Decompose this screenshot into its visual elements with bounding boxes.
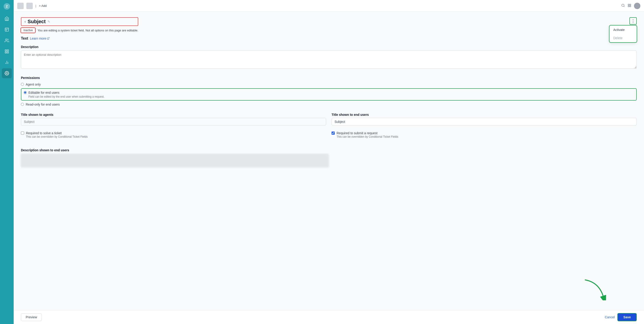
status-row: Inactive You are editing a system ticket… xyxy=(21,28,138,33)
sidebar-item-settings[interactable] xyxy=(2,68,12,78)
avatar-1 xyxy=(17,3,24,9)
activate-option[interactable]: Activate xyxy=(610,26,636,34)
svg-text:Z: Z xyxy=(6,5,8,8)
sidebar-item-analytics[interactable] xyxy=(2,57,12,67)
svg-rect-2 xyxy=(5,28,9,31)
page-header: ‹ Subject ✎ Inactive You are editing a s… xyxy=(21,17,637,33)
user-avatar[interactable] xyxy=(634,3,640,9)
page-title: Subject xyxy=(28,19,46,25)
sidebar-item-tickets[interactable] xyxy=(2,25,12,35)
desc-end-users-input[interactable] xyxy=(21,154,329,167)
required-solve-checkbox[interactable] xyxy=(21,132,24,135)
status-badge: Inactive xyxy=(21,28,35,33)
svg-point-5 xyxy=(6,39,7,41)
avatar-2 xyxy=(26,3,33,9)
top-bar: | + Add xyxy=(14,0,644,12)
editable-end-users-sublabel: Field can be edited by the end user when… xyxy=(28,95,104,98)
learn-more-link[interactable]: Learn more xyxy=(30,37,50,40)
add-button[interactable]: + Add xyxy=(39,4,46,8)
sidebar-item-home[interactable] xyxy=(2,14,12,24)
svg-line-20 xyxy=(48,38,49,39)
agent-only-label: Agent only xyxy=(26,83,41,86)
title-end-users-input[interactable] xyxy=(332,118,637,126)
svg-line-15 xyxy=(624,6,624,7)
save-button[interactable]: Save xyxy=(618,313,637,321)
editable-end-users-label: Editable for end users xyxy=(28,91,59,94)
description-input[interactable] xyxy=(21,51,637,69)
readonly-end-users-label: Read-only for end users xyxy=(26,103,60,106)
logo: Z xyxy=(3,3,10,10)
svg-rect-9 xyxy=(5,52,6,53)
title-fields-row: Title shown to agents Title shown to end… xyxy=(21,113,637,126)
required-solve-sublabel: This can be overridden by Conditional Ti… xyxy=(26,135,88,138)
page-area: ‹ Subject ✎ Inactive You are editing a s… xyxy=(14,12,644,324)
desc-end-users-section: Description shown to end users xyxy=(21,148,329,167)
field-type-label: Text xyxy=(21,37,28,41)
menu-container: ⋮ Activate Delete xyxy=(630,17,637,25)
readonly-end-users-radio[interactable] xyxy=(21,103,24,106)
title-agents-group: Title shown to agents xyxy=(21,113,326,126)
back-button[interactable]: ‹ xyxy=(24,19,26,24)
title-agents-input xyxy=(21,118,326,126)
sidebar-item-reports[interactable] xyxy=(2,47,12,57)
svg-rect-8 xyxy=(7,52,9,53)
title-end-users-label: Title shown to end users xyxy=(332,113,637,117)
agent-only-option[interactable]: Agent only xyxy=(21,82,637,87)
svg-rect-17 xyxy=(630,4,631,5)
svg-rect-18 xyxy=(630,6,631,7)
title-end-users-group: Title shown to end users xyxy=(332,113,637,126)
page-footer: Preview Cancel Save xyxy=(14,310,644,324)
three-dot-button[interactable]: ⋮ xyxy=(630,17,637,25)
required-submit-group: Required to submit a request This can be… xyxy=(332,131,637,138)
sidebar: Z xyxy=(0,0,14,324)
delete-option: Delete xyxy=(610,34,636,42)
cancel-button[interactable]: Cancel xyxy=(605,315,615,319)
svg-rect-19 xyxy=(628,6,629,7)
svg-point-14 xyxy=(622,4,624,7)
grid-icon[interactable] xyxy=(628,4,631,8)
editable-end-users-radio[interactable] xyxy=(24,91,26,94)
description-section: Description xyxy=(21,45,637,70)
search-icon[interactable] xyxy=(621,4,625,8)
required-solve-option[interactable]: Required to solve a ticket This can be o… xyxy=(21,131,326,138)
required-fields-row: Required to solve a ticket This can be o… xyxy=(21,131,637,143)
field-type-row: Text Learn more xyxy=(21,37,637,41)
permissions-label: Permissions xyxy=(21,76,637,80)
preview-button[interactable]: Preview xyxy=(21,313,42,321)
system-notice: You are editing a system ticket field. N… xyxy=(38,29,138,32)
required-solve-group: Required to solve a ticket This can be o… xyxy=(21,131,326,138)
agent-only-radio[interactable] xyxy=(21,83,24,86)
svg-rect-7 xyxy=(7,50,9,51)
editable-end-users-option[interactable]: Editable for end users Field can be edit… xyxy=(24,91,634,98)
editable-end-users-option-highlighted[interactable]: Editable for end users Field can be edit… xyxy=(21,88,637,101)
add-label: + Add xyxy=(39,4,46,8)
desc-end-users-label: Description shown to end users xyxy=(21,148,329,152)
permissions-section: Permissions Agent only Editable for end … xyxy=(21,76,637,107)
required-submit-label: Required to submit a request xyxy=(336,131,378,135)
edit-icon[interactable]: ✎ xyxy=(48,20,50,24)
required-submit-sublabel: This can be overridden by Conditional Ti… xyxy=(336,135,398,138)
readonly-end-users-option[interactable]: Read-only for end users xyxy=(21,102,637,107)
required-submit-option[interactable]: Required to submit a request This can be… xyxy=(332,131,637,138)
description-label: Description xyxy=(21,45,637,49)
title-agents-label: Title shown to agents xyxy=(21,113,326,117)
sidebar-item-users[interactable] xyxy=(2,36,12,46)
breadcrumb-separator: | xyxy=(36,4,36,8)
svg-point-13 xyxy=(6,73,8,74)
learn-more-text: Learn more xyxy=(30,37,46,40)
required-submit-checkbox[interactable] xyxy=(332,132,335,135)
required-solve-label: Required to solve a ticket xyxy=(26,131,62,135)
svg-rect-16 xyxy=(628,4,629,5)
svg-rect-6 xyxy=(5,50,6,51)
dropdown-menu: Activate Delete xyxy=(610,26,637,42)
